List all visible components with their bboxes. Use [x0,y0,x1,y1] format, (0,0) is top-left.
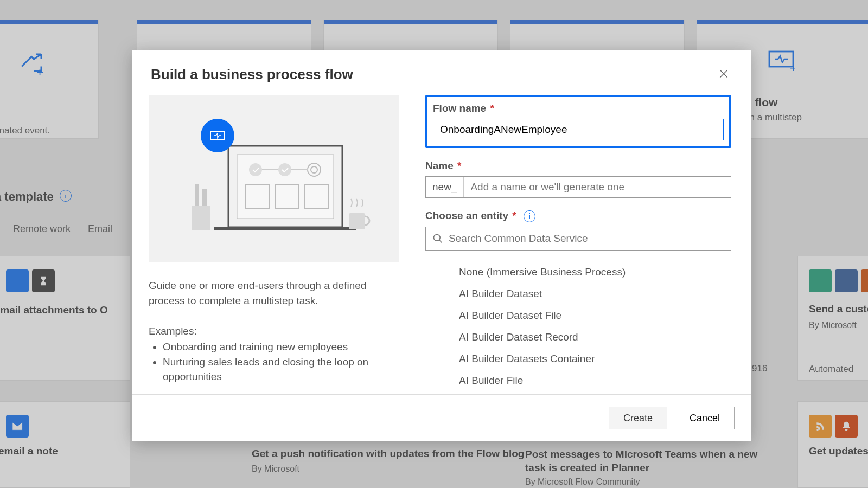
info-icon[interactable]: i [524,210,535,222]
svg-point-7 [278,163,291,176]
name-row: new_ [425,176,731,198]
svg-point-6 [249,163,262,176]
flow-name-group: Flow name * [425,95,731,148]
svg-rect-16 [195,184,199,206]
entity-item[interactable]: AI Builder File [425,370,731,391]
example-item: Nurturing sales leads and closing the lo… [163,355,399,384]
entity-label: Choose an entity * i [425,210,731,222]
flow-name-label: Flow name * [433,102,724,114]
entity-item[interactable]: None (Immersive Business Process) [425,261,731,283]
flow-name-input[interactable] [433,119,724,140]
close-button[interactable] [715,63,732,86]
name-label: Name * [425,160,731,172]
svg-rect-15 [192,206,210,230]
svg-point-20 [434,234,441,241]
illustration [149,95,399,262]
entity-item[interactable]: AI Builder Dataset Record [425,326,731,348]
entity-search[interactable] [425,227,731,251]
close-icon [718,68,729,79]
bpf-badge-icon [201,119,234,152]
entity-list: None (Immersive Business Process) AI Bui… [425,261,731,394]
examples-heading: Examples: [149,325,399,337]
entity-search-input[interactable] [443,233,724,245]
entity-item[interactable]: AI Builder Dataset [425,283,731,305]
svg-rect-17 [202,189,207,206]
name-prefix: new_ [426,177,464,197]
example-item: Onboarding and training new employees [163,339,399,355]
examples-list: Onboarding and training new employees Nu… [149,339,399,384]
cancel-button[interactable]: Cancel [675,407,735,429]
bpf-dialog: Build a business process flow [132,50,751,441]
svg-rect-18 [349,213,365,229]
entity-item[interactable]: AI Builder Dataset File [425,305,731,326]
name-input[interactable] [464,177,731,197]
entity-item[interactable]: AI Builder Datasets Container [425,348,731,370]
create-button[interactable]: Create [609,407,667,429]
svg-line-21 [439,240,442,242]
dialog-title: Build a business process flow [151,66,353,83]
dialog-lead: Guide one or more end-users through a de… [149,278,399,308]
search-icon [432,233,443,244]
svg-rect-4 [214,227,356,230]
entity-item[interactable]: AI Builder File Attached Data [425,391,731,394]
